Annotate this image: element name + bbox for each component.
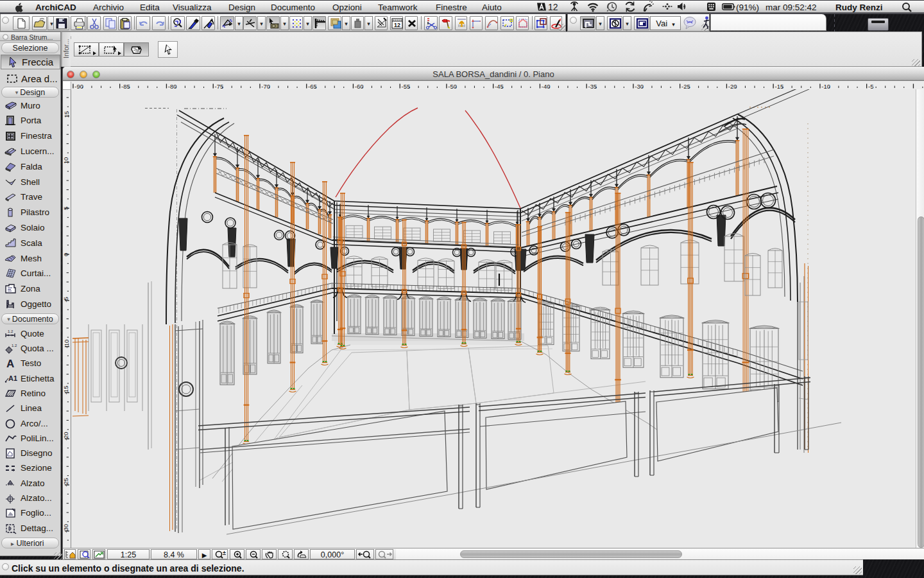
svg-text:±: ± [223,550,226,556]
svg-text:-75: -75 [215,83,224,90]
svg-text:-10: -10 [821,83,830,90]
svg-text:-85: -85 [121,83,130,90]
svg-text:-10: -10 [63,340,70,349]
svg-text:-30: -30 [635,83,644,90]
svg-text:-20: -20 [728,83,737,90]
svg-text:-55: -55 [402,83,411,90]
svg-text:-5: -5 [63,297,70,302]
svg-text:-70: -70 [261,83,270,90]
svg-text:A: A [6,358,14,369]
svg-text:1.2: 1.2 [12,344,17,347]
svg-text:-30: -30 [63,524,70,533]
svg-text:-5: -5 [868,83,873,90]
svg-text:-45: -45 [495,83,504,90]
svg-text:-65: -65 [308,83,317,90]
svg-text:15: 15 [63,111,70,118]
svg-text:-90: -90 [74,83,83,90]
svg-text:-60: -60 [355,83,364,90]
svg-text:A1: A1 [8,374,17,382]
svg-text:-40: -40 [542,83,551,90]
svg-text:-80: -80 [168,83,177,90]
svg-text:12: 12 [548,2,558,12]
svg-text:-15: -15 [775,83,784,90]
svg-text:-20: -20 [63,432,70,441]
svg-text:12: 12 [394,22,400,28]
svg-text:1.2: 1.2 [8,329,13,333]
svg-text:-35: -35 [588,83,597,90]
svg-text:-50: -50 [448,83,457,90]
svg-text:-25: -25 [63,478,70,487]
svg-text:5: 5 [63,207,70,210]
svg-text:10: 10 [63,157,70,164]
svg-text:-25: -25 [681,83,690,90]
svg-text:-15: -15 [63,386,70,395]
svg-text:0: 0 [63,253,70,256]
